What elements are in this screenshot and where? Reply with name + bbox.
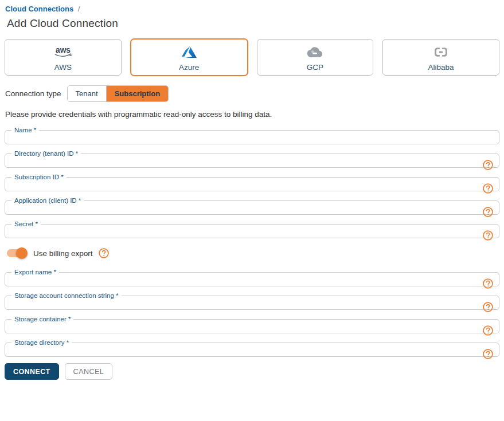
billing-export-switch[interactable] <box>6 247 28 259</box>
secret-help-icon[interactable] <box>482 230 494 241</box>
storage-container-help-icon[interactable] <box>482 325 494 336</box>
export-name-field-container: Export name * <box>5 269 499 286</box>
storage-container-field-label: Storage container * <box>11 316 73 323</box>
provider-label-alibaba: Alibaba <box>428 63 454 72</box>
provider-label-gcp: GCP <box>307 63 323 72</box>
billing-export-label: Use billing export <box>33 249 93 258</box>
directory-tenant-id-field-container: Directory (tenant) ID * <box>5 151 499 168</box>
connect-button[interactable]: CONNECT <box>5 363 59 380</box>
aws-logo-icon: aws <box>50 44 76 61</box>
connection-type-tenant-button[interactable]: Tenant <box>68 86 107 101</box>
export-name-field-label: Export name * <box>11 269 59 276</box>
connection-type-subscription-button[interactable]: Subscription <box>107 86 168 101</box>
cancel-button[interactable]: CANCEL <box>65 363 113 380</box>
application-client-id-help-icon[interactable] <box>482 206 494 218</box>
breadcrumb-separator: / <box>78 5 80 13</box>
directory-tenant-id-input[interactable] <box>11 158 472 166</box>
svg-text:aws: aws <box>56 45 71 54</box>
storage-connection-string-input[interactable] <box>11 300 472 308</box>
application-client-id-field-container: Application (client) ID * <box>5 198 499 215</box>
storage-directory-field-container: Storage directory * <box>5 340 499 357</box>
export-name-input[interactable] <box>11 277 472 285</box>
billing-export-row: Use billing export <box>5 245 499 262</box>
connection-type-toggle-group: Tenant Subscription <box>67 85 169 102</box>
azure-logo-icon <box>182 44 197 61</box>
connection-type-row: Connection type Tenant Subscription <box>5 85 499 102</box>
connection-type-label: Connection type <box>5 89 61 98</box>
name-field-container: Name * <box>5 127 499 144</box>
storage-container-input[interactable] <box>11 324 472 332</box>
storage-connection-string-field-container: Storage account connection string * <box>5 293 499 310</box>
provider-label-aws: AWS <box>54 63 72 72</box>
breadcrumb-cloud-connections-link[interactable]: Cloud Connections <box>5 5 73 13</box>
application-client-id-input[interactable] <box>11 205 472 213</box>
storage-connection-string-help-icon[interactable] <box>482 301 494 313</box>
gcp-logo-icon <box>306 44 323 61</box>
subscription-id-field-label: Subscription ID * <box>11 174 67 181</box>
provider-card-gcp[interactable]: GCP <box>257 39 374 76</box>
page-title: Add Cloud Connection <box>7 17 499 30</box>
provider-card-azure[interactable]: Azure <box>131 39 248 76</box>
storage-directory-input[interactable] <box>11 347 472 355</box>
provider-label-azure: Azure <box>179 63 199 72</box>
directory-tenant-id-field-label: Directory (tenant) ID * <box>11 151 81 158</box>
add-cloud-connection-page: Cloud Connections / Add Cloud Connection… <box>0 0 504 380</box>
subscription-id-help-icon[interactable] <box>482 183 494 194</box>
name-input[interactable] <box>11 135 493 143</box>
provider-card-aws[interactable]: aws AWS <box>5 39 122 76</box>
subscription-id-input[interactable] <box>11 182 472 190</box>
directory-tenant-id-help-icon[interactable] <box>482 159 494 171</box>
form-actions: CONNECT CANCEL <box>5 363 499 380</box>
export-name-help-icon[interactable] <box>482 278 494 289</box>
storage-container-field-container: Storage container * <box>5 316 499 333</box>
billing-export-help-icon[interactable] <box>98 247 110 259</box>
provider-selector: aws AWS Azure GC <box>5 39 499 76</box>
provider-card-alibaba[interactable]: Alibaba <box>382 39 499 76</box>
alibaba-logo-icon <box>433 44 449 61</box>
credentials-description: Please provide credentials with programm… <box>5 110 499 119</box>
name-field-label: Name * <box>11 127 39 134</box>
secret-field-container: Secret * <box>5 221 499 238</box>
subscription-id-field-container: Subscription ID * <box>5 174 499 191</box>
breadcrumb: Cloud Connections / <box>5 5 499 13</box>
secret-field-label: Secret * <box>11 221 41 228</box>
storage-directory-field-label: Storage directory * <box>11 340 72 347</box>
secret-input[interactable] <box>11 229 472 237</box>
storage-directory-help-icon[interactable] <box>482 348 494 360</box>
storage-connection-string-field-label: Storage account connection string * <box>11 293 122 300</box>
application-client-id-field-label: Application (client) ID * <box>11 198 84 204</box>
